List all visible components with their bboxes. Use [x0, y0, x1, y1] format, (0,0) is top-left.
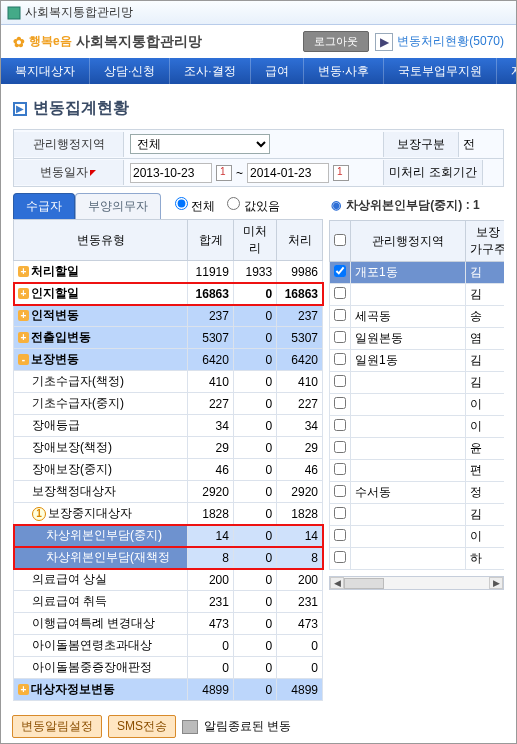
cell-value: 0	[233, 459, 276, 481]
row-checkbox[interactable]	[334, 419, 346, 431]
cell-value: 0	[233, 305, 276, 327]
table-row[interactable]: 이	[330, 526, 505, 548]
expand-icon[interactable]: +	[18, 266, 29, 277]
svg-rect-0	[8, 7, 20, 19]
col-done: 처리	[277, 220, 323, 261]
calendar-icon[interactable]	[333, 165, 349, 181]
row-checkbox[interactable]	[334, 507, 346, 519]
cell-value: 231	[188, 591, 234, 613]
table-row[interactable]: +대상자정보변동489904899	[14, 679, 323, 701]
row-label: 이행급여특례 변경대상	[32, 615, 155, 632]
sms-send-button[interactable]: SMS전송	[108, 715, 176, 738]
radio-group: 전체 값있음	[171, 195, 280, 219]
cell-region: 세곡동	[351, 306, 466, 328]
row-checkbox[interactable]	[334, 265, 346, 277]
row-checkbox[interactable]	[334, 397, 346, 409]
row-checkbox[interactable]	[334, 331, 346, 343]
cell-value: 0	[233, 547, 276, 569]
table-row[interactable]: 아이돌봄연령초과대상000	[14, 635, 323, 657]
table-row[interactable]: +인적변동2370237	[14, 305, 323, 327]
nav-item[interactable]: 국토부업무지원	[384, 58, 497, 84]
table-row[interactable]: 의료급여 상실2000200	[14, 569, 323, 591]
nav-item[interactable]: 조사·결정	[170, 58, 250, 84]
region-select[interactable]: 전체	[130, 134, 270, 154]
row-checkbox[interactable]	[334, 287, 346, 299]
table-row[interactable]: 1보장중지대상자182801828	[14, 503, 323, 525]
table-row[interactable]: 김	[330, 284, 505, 306]
cell-region	[351, 438, 466, 460]
scroll-thumb[interactable]	[344, 578, 384, 589]
radio-nonzero[interactable]: 값있음	[227, 197, 279, 215]
table-row[interactable]: 김	[330, 504, 505, 526]
table-row[interactable]: 기초수급자(책정)4100410	[14, 371, 323, 393]
main-nav: 복지대상자 상담·신청 조사·결정 급여 변동·사후 국토부업무지원 자료	[1, 58, 516, 84]
cell-name: 김	[466, 504, 505, 526]
radio-all[interactable]: 전체	[175, 197, 215, 215]
nav-item[interactable]: 급여	[251, 58, 304, 84]
table-row[interactable]: 일원1동김	[330, 350, 505, 372]
collapse-icon[interactable]: -	[18, 354, 29, 365]
row-checkbox[interactable]	[334, 551, 346, 563]
expand-icon[interactable]: +	[18, 310, 29, 321]
row-checkbox[interactable]	[334, 463, 346, 475]
table-row[interactable]: 아이돌봄중증장애판정000	[14, 657, 323, 679]
table-row[interactable]: 김	[330, 372, 505, 394]
calendar-icon[interactable]	[216, 165, 232, 181]
table-row[interactable]: 차상위본인부담(중지)14014	[14, 525, 323, 547]
table-row[interactable]: +인지할일16863016863	[14, 283, 323, 305]
nav-item[interactable]: 복지대상자	[1, 58, 90, 84]
table-row[interactable]: 수서동정	[330, 482, 505, 504]
alarm-settings-button[interactable]: 변동알림설정	[12, 715, 102, 738]
scroll-right-icon[interactable]: ▶	[489, 577, 503, 589]
cell-name: 염	[466, 328, 505, 350]
expand-icon[interactable]: +	[18, 332, 29, 343]
table-row[interactable]: 윤	[330, 438, 505, 460]
logout-button[interactable]: 로그아웃	[303, 31, 369, 52]
table-row[interactable]: +처리할일1191919339986	[14, 261, 323, 283]
row-checkbox[interactable]	[334, 529, 346, 541]
status-link[interactable]: ▶ 변동처리현황(5070)	[375, 33, 504, 51]
select-all-checkbox[interactable]	[334, 234, 346, 246]
table-row[interactable]: +전출입변동530705307	[14, 327, 323, 349]
date-to-input[interactable]	[247, 163, 329, 183]
tab-recipient[interactable]: 수급자	[13, 193, 75, 219]
table-row[interactable]: 기초수급자(중지)2270227	[14, 393, 323, 415]
table-row[interactable]: 편	[330, 460, 505, 482]
nav-item[interactable]: 상담·신청	[90, 58, 170, 84]
table-row[interactable]: 장애보장(중지)46046	[14, 459, 323, 481]
table-row[interactable]: 장애등급34034	[14, 415, 323, 437]
expand-icon[interactable]: +	[18, 684, 29, 695]
row-checkbox[interactable]	[334, 441, 346, 453]
tab-supporter[interactable]: 부양의무자	[75, 193, 161, 219]
table-row[interactable]: 이	[330, 416, 505, 438]
legend-swatch	[182, 720, 198, 734]
row-label: 장애보장(중지)	[32, 461, 112, 478]
table-row[interactable]: 차상위본인부담(재책정808	[14, 547, 323, 569]
table-row[interactable]: 장애보장(책정)29029	[14, 437, 323, 459]
date-from-input[interactable]	[130, 163, 212, 183]
row-checkbox[interactable]	[334, 485, 346, 497]
table-row[interactable]: 세곡동송	[330, 306, 505, 328]
cell-value: 9986	[277, 261, 323, 283]
table-row[interactable]: 개포1동김	[330, 262, 505, 284]
nav-item[interactable]: 자료	[497, 58, 516, 84]
row-checkbox[interactable]	[334, 375, 346, 387]
table-row[interactable]: 의료급여 취득2310231	[14, 591, 323, 613]
cell-value: 0	[233, 371, 276, 393]
nav-item[interactable]: 변동·사후	[304, 58, 384, 84]
table-row[interactable]: 일원본동염	[330, 328, 505, 350]
table-row[interactable]: 하	[330, 548, 505, 570]
cell-value: 6420	[188, 349, 234, 371]
row-checkbox[interactable]	[334, 309, 346, 321]
scroll-left-icon[interactable]: ◀	[330, 577, 344, 589]
cell-value: 8	[188, 547, 234, 569]
table-row[interactable]: 이행급여특례 변경대상4730473	[14, 613, 323, 635]
table-row[interactable]: 보장책정대상자292002920	[14, 481, 323, 503]
cell-value: 0	[233, 283, 276, 305]
table-row[interactable]: 이	[330, 394, 505, 416]
row-checkbox[interactable]	[334, 353, 346, 365]
horizontal-scrollbar[interactable]: ◀ ▶	[329, 576, 504, 590]
table-row[interactable]: -보장변동642006420	[14, 349, 323, 371]
tabstrip: 수급자 부양의무자	[13, 193, 161, 219]
expand-icon[interactable]: +	[18, 288, 29, 299]
